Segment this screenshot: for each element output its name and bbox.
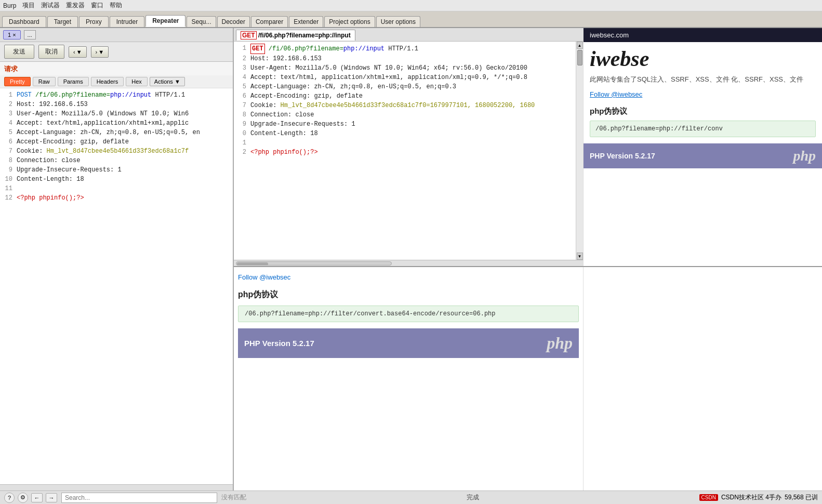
counter-text: 59,568 已训 xyxy=(785,493,818,502)
tab-comparer[interactable]: Comparer xyxy=(251,16,288,27)
back-nav-btn[interactable]: ← xyxy=(31,493,43,502)
ad-code-block: /06.php?filename=php://filter/conv xyxy=(590,121,816,137)
nav-back-label: ▼ xyxy=(76,49,82,55)
chevron-right-icon: › xyxy=(96,49,98,55)
web-content[interactable]: Follow @iwebsec php伪协议 /06.php?filename=… xyxy=(234,267,583,490)
tab-proxy[interactable]: Proxy xyxy=(79,16,109,27)
menubar: Burp 项目 测试器 重发器 窗口 帮助 xyxy=(0,0,822,11)
req-line-11: 11 xyxy=(2,184,231,193)
tab-dashboard[interactable]: Dashboard xyxy=(2,16,46,27)
tab-project-options[interactable]: Project options xyxy=(324,16,375,27)
response-content[interactable]: 1 GET /fi/06.php?filename=php://input HT… xyxy=(234,42,576,260)
response-vscrollbar[interactable]: ▲ ▼ xyxy=(576,42,583,260)
left-panel: 1 × ... 发送 取消 ‹ ▼ › ▼ 请求 Pretty Raw Para… xyxy=(0,28,234,490)
scroll-up-arrow[interactable]: ▲ xyxy=(577,42,583,49)
tab-repeater[interactable]: Repeater xyxy=(145,15,185,27)
response-url-label: /fi/06.php?filename=php://input xyxy=(258,32,351,39)
settings-icon-btn[interactable]: ⚙ xyxy=(18,493,28,503)
right-area: GET /fi/06.php?filename=php://input 1 GE… xyxy=(234,28,822,490)
tab-decoder[interactable]: Decoder xyxy=(217,16,250,27)
req-line-2: 2 Host: 192.168.6.153 xyxy=(2,100,231,109)
ad-section-title: php伪协议 xyxy=(584,100,822,118)
cancel-button[interactable]: 取消 xyxy=(38,45,64,59)
web-code-block: /06.php?filename=php://filter/convert.ba… xyxy=(238,306,579,322)
resp-line-8: 8 Connection: close xyxy=(236,110,574,120)
web-section-title: php伪协议 xyxy=(238,285,579,303)
resp-line-11: 1 xyxy=(236,138,574,148)
no-match-label: 没有匹配 xyxy=(221,493,246,502)
ad-php-banner: PHP Version 5.2.17 php xyxy=(584,143,822,168)
csdn-badge: CSDN xyxy=(699,494,718,501)
fmt-tab-params[interactable]: Params xyxy=(58,77,89,86)
tab-intruder[interactable]: Intruder xyxy=(110,16,144,27)
actions-chevron-icon: ▼ xyxy=(175,78,180,85)
ad-php-version: PHP Version 5.2.17 xyxy=(590,152,655,160)
nav-fwd-label: ▼ xyxy=(98,49,104,55)
fmt-tab-pretty[interactable]: Pretty xyxy=(4,77,31,86)
repeater-toolbar: 1 × ... xyxy=(0,28,233,42)
tab-extender[interactable]: Extender xyxy=(289,16,323,27)
resp-line-9: 9 Upgrade-Insecure-Requests: 1 xyxy=(236,120,574,129)
web-php-banner: PHP Version 5.2.17 php xyxy=(238,328,579,358)
search-input[interactable] xyxy=(61,493,217,503)
response-panel: GET /fi/06.php?filename=php://input 1 GE… xyxy=(234,28,822,267)
main-tabs-bar: Dashboard Target Proxy Intruder Repeater… xyxy=(0,11,822,28)
web-php-version: PHP Version 5.2.17 xyxy=(244,339,314,348)
ad-follow-link[interactable]: Follow @iwebsec xyxy=(584,88,822,100)
fmt-tab-headers[interactable]: Headers xyxy=(91,77,124,86)
resp-line-3: 3 User-Agent: Mozilla/5.0 (Windows NT 10… xyxy=(236,63,574,73)
web-follow-link[interactable]: Follow @iwebsec xyxy=(238,271,579,285)
tab-user-options[interactable]: User options xyxy=(376,16,420,27)
ad-sidebar: iwebsec.com iwebse 此网站专集合了SQL注入、SSRF、XSS… xyxy=(583,28,822,266)
request-h-scrollbar[interactable] xyxy=(0,484,233,490)
actions-button[interactable]: Actions ▼ xyxy=(150,77,185,86)
help-icon-btn[interactable]: ? xyxy=(4,493,15,503)
nav-back-button[interactable]: ‹ ▼ xyxy=(69,46,87,58)
get-method-box: GET xyxy=(241,31,257,39)
scroll-thumb[interactable] xyxy=(577,50,582,65)
req-line-1: 1 POST /fi/06.php?filename=php://input H… xyxy=(2,90,231,100)
php-logo: php xyxy=(793,148,816,164)
response-tab-active[interactable]: GET /fi/06.php?filename=php://input xyxy=(236,30,355,41)
menu-tester[interactable]: 测试器 xyxy=(41,1,60,10)
resp-line-6: 6 Accept-Encoding: gzip, deflate xyxy=(236,91,574,101)
fwd-nav-btn[interactable]: → xyxy=(46,493,57,502)
resp-line-4: 4 Accept: text/html, application/xhtml+x… xyxy=(236,73,574,82)
tab-sequencer[interactable]: Sequ... xyxy=(187,16,216,27)
menu-resender[interactable]: 重发器 xyxy=(66,1,85,10)
req-line-5: 5 Accept-Language: zh-CN, zh;q=0.8, en-U… xyxy=(2,128,231,137)
response-h-scrollbar[interactable] xyxy=(234,260,583,266)
send-controls: 发送 取消 ‹ ▼ › ▼ xyxy=(0,42,233,62)
web-php-logo: php xyxy=(547,334,573,353)
status-icons: ? ⚙ ← → xyxy=(4,493,57,503)
fmt-tab-hex[interactable]: Hex xyxy=(126,77,148,86)
ad-brand: iwebse xyxy=(584,42,822,71)
repeater-tab-1[interactable]: 1 × xyxy=(3,30,21,39)
resp-line-7: 7 Cookie: Hm_lvt_8d47cbee4e5b4661d33f3ed… xyxy=(236,101,574,110)
menu-project[interactable]: 项目 xyxy=(22,1,35,10)
nav-fwd-button[interactable]: › ▼ xyxy=(91,46,109,58)
scroll-down-arrow[interactable]: ▼ xyxy=(577,253,583,260)
format-tabs: Pretty Raw Params Headers Hex Actions ▼ xyxy=(0,75,233,88)
browser-panel: Follow @iwebsec php伪协议 /06.php?filename=… xyxy=(234,267,822,490)
resp-line-10: 0 Content-Length: 18 xyxy=(236,129,574,138)
csdn-text: CSDN技术社区 4手办 xyxy=(721,493,781,502)
req-line-12: 12 <?php phpinfo();?> xyxy=(2,193,231,203)
repeater-dots-btn[interactable]: ... xyxy=(24,30,36,39)
req-line-4: 4 Accept: text/html,application/xhtml+xm… xyxy=(2,118,231,128)
ad-description: 此网站专集合了SQL注入、SSRF、XSS、文件 化、SSRF、XSS、文件 xyxy=(584,71,822,88)
req-line-6: 6 Accept-Encoding: gzip, deflate xyxy=(2,137,231,147)
menu-burp[interactable]: Burp xyxy=(3,2,16,9)
menu-help[interactable]: 帮助 xyxy=(110,1,122,10)
resp-line-2: 2 Host: 192.168.6.153 xyxy=(236,54,574,63)
resp-line-5: 5 Accept-Language: zh-CN, zh;q=0.8, en-U… xyxy=(236,82,574,91)
statusbar: ? ⚙ ← → 没有匹配 完成 CSDN CSDN技术社区 4手办 59,568… xyxy=(0,490,822,504)
menu-window[interactable]: 窗口 xyxy=(91,1,103,10)
send-button[interactable]: 发送 xyxy=(4,45,34,59)
tab-target[interactable]: Target xyxy=(47,16,78,27)
request-content[interactable]: 1 POST /fi/06.php?filename=php://input H… xyxy=(0,88,233,484)
req-line-10: 10 Content-Length: 18 xyxy=(2,175,231,184)
req-line-9: 9 Upgrade-Insecure-Requests: 1 xyxy=(2,165,231,175)
response-header-tabs: GET /fi/06.php?filename=php://input xyxy=(234,28,583,42)
fmt-tab-raw[interactable]: Raw xyxy=(33,77,56,86)
